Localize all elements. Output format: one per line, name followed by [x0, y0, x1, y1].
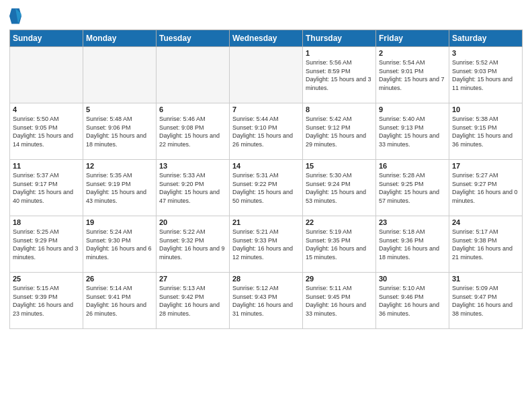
calendar-cell: 18Sunrise: 5:25 AMSunset: 9:29 PMDayligh… [10, 216, 83, 273]
day-number: 20 [159, 218, 226, 226]
day-info: Sunrise: 5:10 AMSunset: 9:46 PMDaylight:… [379, 284, 446, 318]
week-row-4: 18Sunrise: 5:25 AMSunset: 9:29 PMDayligh… [10, 216, 523, 273]
day-number: 13 [159, 162, 226, 170]
day-number: 11 [13, 162, 80, 170]
day-info: Sunrise: 5:12 AMSunset: 9:43 PMDaylight:… [232, 284, 300, 318]
day-number: 8 [306, 105, 373, 113]
calendar-cell: 30Sunrise: 5:10 AMSunset: 9:46 PMDayligh… [376, 273, 449, 329]
calendar-cell: 2Sunrise: 5:54 AMSunset: 9:01 PMDaylight… [376, 47, 449, 103]
day-info: Sunrise: 5:33 AMSunset: 9:20 PMDaylight:… [159, 171, 226, 205]
weekday-header-monday: Monday [83, 30, 157, 47]
calendar-cell: 17Sunrise: 5:27 AMSunset: 9:27 PMDayligh… [449, 160, 523, 216]
calendar-cell: 25Sunrise: 5:15 AMSunset: 9:39 PMDayligh… [10, 273, 83, 329]
calendar-cell: 12Sunrise: 5:35 AMSunset: 9:19 PMDayligh… [83, 160, 157, 216]
header [9, 7, 523, 26]
day-number: 4 [13, 105, 80, 113]
weekday-header-wednesday: Wednesday [230, 30, 303, 47]
day-info: Sunrise: 5:40 AMSunset: 9:13 PMDaylight:… [379, 115, 446, 148]
day-info: Sunrise: 5:54 AMSunset: 9:01 PMDaylight:… [379, 58, 446, 92]
day-info: Sunrise: 5:14 AMSunset: 9:41 PMDaylight:… [86, 284, 153, 318]
day-number: 16 [379, 162, 446, 170]
day-number: 27 [159, 275, 226, 283]
day-info: Sunrise: 5:50 AMSunset: 9:05 PMDaylight:… [13, 115, 80, 148]
calendar-cell: 9Sunrise: 5:40 AMSunset: 9:13 PMDaylight… [376, 103, 449, 160]
week-row-1: 1Sunrise: 5:56 AMSunset: 8:59 PMDaylight… [10, 47, 523, 103]
calendar-cell [10, 47, 83, 103]
calendar-cell: 6Sunrise: 5:46 AMSunset: 9:08 PMDaylight… [157, 103, 230, 160]
calendar-cell: 22Sunrise: 5:19 AMSunset: 9:35 PMDayligh… [303, 216, 376, 273]
calendar-cell: 19Sunrise: 5:24 AMSunset: 9:30 PMDayligh… [83, 216, 157, 273]
day-number: 12 [86, 162, 153, 170]
calendar: SundayMondayTuesdayWednesdayThursdayFrid… [9, 30, 523, 329]
day-info: Sunrise: 5:18 AMSunset: 9:36 PMDaylight:… [379, 228, 446, 261]
calendar-cell: 20Sunrise: 5:22 AMSunset: 9:32 PMDayligh… [157, 216, 230, 273]
calendar-cell: 15Sunrise: 5:30 AMSunset: 9:24 PMDayligh… [303, 160, 376, 216]
day-info: Sunrise: 5:25 AMSunset: 9:29 PMDaylight:… [13, 228, 80, 261]
calendar-cell [157, 47, 230, 103]
day-number: 17 [452, 162, 519, 170]
day-number: 9 [379, 105, 446, 113]
day-info: Sunrise: 5:11 AMSunset: 9:45 PMDaylight:… [306, 284, 373, 318]
calendar-cell: 21Sunrise: 5:21 AMSunset: 9:33 PMDayligh… [230, 216, 303, 273]
day-info: Sunrise: 5:28 AMSunset: 9:25 PMDaylight:… [379, 171, 446, 205]
day-number: 30 [379, 275, 446, 283]
logo [9, 7, 24, 26]
week-row-5: 25Sunrise: 5:15 AMSunset: 9:39 PMDayligh… [10, 273, 523, 329]
day-info: Sunrise: 5:56 AMSunset: 8:59 PMDaylight:… [306, 58, 373, 92]
week-row-3: 11Sunrise: 5:37 AMSunset: 9:17 PMDayligh… [10, 160, 523, 216]
day-info: Sunrise: 5:48 AMSunset: 9:06 PMDaylight:… [86, 115, 153, 148]
calendar-cell: 3Sunrise: 5:52 AMSunset: 9:03 PMDaylight… [449, 47, 523, 103]
day-info: Sunrise: 5:38 AMSunset: 9:15 PMDaylight:… [452, 115, 519, 148]
day-info: Sunrise: 5:19 AMSunset: 9:35 PMDaylight:… [306, 228, 373, 261]
day-info: Sunrise: 5:27 AMSunset: 9:27 PMDaylight:… [452, 171, 519, 205]
day-number: 3 [452, 49, 519, 57]
calendar-cell [83, 47, 157, 103]
calendar-cell: 8Sunrise: 5:42 AMSunset: 9:12 PMDaylight… [303, 103, 376, 160]
calendar-cell: 27Sunrise: 5:13 AMSunset: 9:42 PMDayligh… [157, 273, 230, 329]
day-info: Sunrise: 5:24 AMSunset: 9:30 PMDaylight:… [86, 228, 153, 261]
calendar-cell: 10Sunrise: 5:38 AMSunset: 9:15 PMDayligh… [449, 103, 523, 160]
calendar-cell: 24Sunrise: 5:17 AMSunset: 9:38 PMDayligh… [449, 216, 523, 273]
day-info: Sunrise: 5:31 AMSunset: 9:22 PMDaylight:… [232, 171, 300, 205]
day-number: 2 [379, 49, 446, 57]
day-info: Sunrise: 5:37 AMSunset: 9:17 PMDaylight:… [13, 171, 80, 205]
day-number: 25 [13, 275, 80, 283]
day-number: 31 [452, 275, 519, 283]
calendar-cell: 1Sunrise: 5:56 AMSunset: 8:59 PMDaylight… [303, 47, 376, 103]
day-number: 23 [379, 218, 446, 226]
day-number: 29 [306, 275, 373, 283]
weekday-header-friday: Friday [376, 30, 449, 47]
day-number: 21 [232, 218, 300, 226]
calendar-cell: 13Sunrise: 5:33 AMSunset: 9:20 PMDayligh… [157, 160, 230, 216]
day-number: 22 [306, 218, 373, 226]
day-info: Sunrise: 5:42 AMSunset: 9:12 PMDaylight:… [306, 115, 373, 148]
calendar-cell: 5Sunrise: 5:48 AMSunset: 9:06 PMDaylight… [83, 103, 157, 160]
day-info: Sunrise: 5:22 AMSunset: 9:32 PMDaylight:… [159, 228, 226, 261]
day-info: Sunrise: 5:13 AMSunset: 9:42 PMDaylight:… [159, 284, 226, 318]
weekday-header-row: SundayMondayTuesdayWednesdayThursdayFrid… [10, 30, 523, 47]
day-info: Sunrise: 5:17 AMSunset: 9:38 PMDaylight:… [452, 228, 519, 261]
weekday-header-tuesday: Tuesday [157, 30, 230, 47]
day-info: Sunrise: 5:09 AMSunset: 9:47 PMDaylight:… [452, 284, 519, 318]
day-number: 10 [452, 105, 519, 113]
day-number: 24 [452, 218, 519, 226]
day-info: Sunrise: 5:44 AMSunset: 9:10 PMDaylight:… [232, 115, 300, 148]
day-info: Sunrise: 5:15 AMSunset: 9:39 PMDaylight:… [13, 284, 80, 318]
day-number: 19 [86, 218, 153, 226]
calendar-cell: 16Sunrise: 5:28 AMSunset: 9:25 PMDayligh… [376, 160, 449, 216]
weekday-header-thursday: Thursday [303, 30, 376, 47]
day-number: 1 [306, 49, 373, 57]
calendar-cell: 4Sunrise: 5:50 AMSunset: 9:05 PMDaylight… [10, 103, 83, 160]
day-info: Sunrise: 5:30 AMSunset: 9:24 PMDaylight:… [306, 171, 373, 205]
calendar-cell: 28Sunrise: 5:12 AMSunset: 9:43 PMDayligh… [230, 273, 303, 329]
day-number: 26 [86, 275, 153, 283]
calendar-cell: 23Sunrise: 5:18 AMSunset: 9:36 PMDayligh… [376, 216, 449, 273]
day-number: 7 [232, 105, 300, 113]
weekday-header-saturday: Saturday [449, 30, 523, 47]
day-info: Sunrise: 5:35 AMSunset: 9:19 PMDaylight:… [86, 171, 153, 205]
calendar-cell: 29Sunrise: 5:11 AMSunset: 9:45 PMDayligh… [303, 273, 376, 329]
day-number: 28 [232, 275, 300, 283]
weekday-header-sunday: Sunday [10, 30, 83, 47]
page: SundayMondayTuesdayWednesdayThursdayFrid… [0, 0, 532, 411]
day-info: Sunrise: 5:52 AMSunset: 9:03 PMDaylight:… [452, 58, 519, 92]
